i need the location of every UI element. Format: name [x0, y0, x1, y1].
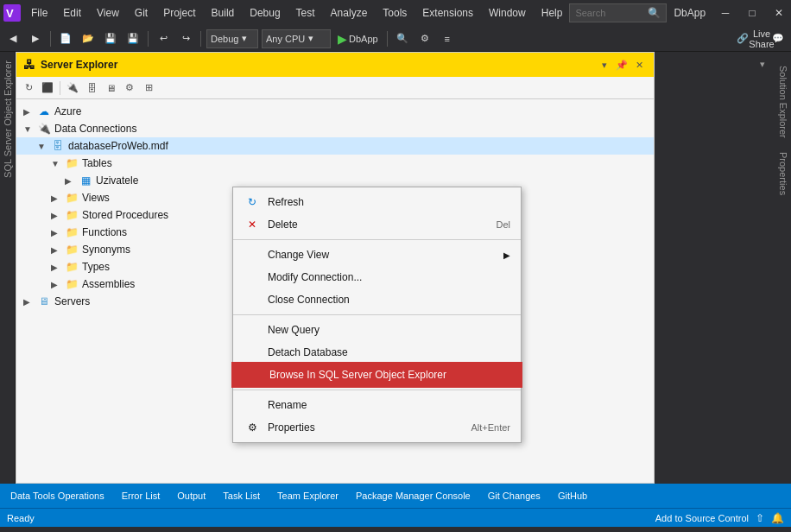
back-button[interactable]: ◀: [3, 29, 22, 48]
tab-task-list[interactable]: Task List: [219, 489, 263, 503]
functions-label: Functions: [82, 226, 127, 238]
feedback-button[interactable]: 💬: [769, 29, 788, 48]
menu-view[interactable]: View: [90, 3, 126, 22]
servers-icon: 🖥: [37, 294, 51, 308]
tree-item-tables[interactable]: ▼ 📁 Tables: [16, 155, 654, 172]
tab-data-tools[interactable]: Data Tools Operations: [7, 489, 108, 503]
se-filter-btn[interactable]: ⊞: [140, 79, 157, 97]
run-label: DbApp: [349, 34, 378, 44]
se-connect-btn[interactable]: 🔌: [64, 79, 81, 97]
menu-debug[interactable]: Debug: [243, 3, 287, 22]
maximize-button[interactable]: □: [739, 4, 765, 22]
add-source-control[interactable]: Add to Source Control: [655, 513, 749, 523]
ctx-properties-shortcut: Alt+Enter: [471, 422, 510, 433]
menu-build[interactable]: Build: [205, 3, 242, 22]
tab-git-changes[interactable]: Git Changes: [484, 489, 544, 503]
save-all-button[interactable]: 💾: [123, 29, 142, 48]
types-arrow: ▶: [51, 263, 65, 272]
ctx-delete-shortcut: Del: [496, 219, 510, 230]
solution-explorer-tab[interactable]: Solution Explorer: [776, 59, 790, 145]
bottom-tabs-bar: Data Tools Operations Error List Output …: [0, 484, 791, 508]
cpu-dropdown[interactable]: Any CPU ▾: [262, 29, 331, 48]
search-box[interactable]: 🔍: [569, 3, 667, 22]
data-connections-icon: 🔌: [37, 122, 51, 136]
tab-github[interactable]: GitHub: [554, 489, 591, 503]
synonyms-icon: 📁: [65, 243, 79, 256]
git-icon: ⇧: [756, 512, 764, 524]
ctx-browse-sql[interactable]: Browse In SQL Server Object Explorer: [233, 364, 521, 386]
menu-help[interactable]: Help: [535, 3, 570, 22]
tab-package-manager[interactable]: Package Manager Console: [352, 489, 474, 503]
menu-git[interactable]: Git: [128, 3, 155, 22]
search-input[interactable]: [575, 8, 644, 18]
se-sp-btn[interactable]: ⚙: [121, 79, 138, 97]
ctx-properties[interactable]: ⚙ Properties Alt+Enter: [233, 416, 521, 439]
debug-dropdown[interactable]: Debug ▾: [206, 29, 258, 48]
ctx-close-icon: [244, 291, 261, 308]
ctx-modify-connection[interactable]: Modify Connection...: [233, 266, 521, 288]
close-button[interactable]: ✕: [766, 4, 791, 22]
menu-edit[interactable]: Edit: [56, 3, 88, 22]
functions-icon: 📁: [65, 225, 79, 239]
se-pin-btn[interactable]: 📌: [614, 57, 630, 73]
database-icon: 🗄: [51, 139, 65, 153]
search-code-button[interactable]: 🔍: [393, 29, 412, 48]
undo-button[interactable]: ↩: [154, 29, 173, 48]
misc-button[interactable]: ≡: [438, 29, 457, 48]
redo-button[interactable]: ↪: [176, 29, 195, 48]
new-file-button[interactable]: 📄: [56, 29, 75, 48]
ctx-change-view-label: Change View: [268, 249, 329, 261]
ctx-refresh[interactable]: ↻ Refresh: [233, 191, 521, 213]
right-panel-dropdown-btn[interactable]: ▾: [755, 56, 770, 72]
properties-tab[interactable]: Properties: [776, 145, 790, 202]
menu-window[interactable]: Window: [482, 3, 533, 22]
ctx-close-connection[interactable]: Close Connection: [233, 288, 521, 311]
open-button[interactable]: 📂: [79, 29, 98, 48]
ctx-modify-icon: [244, 269, 261, 286]
se-dropdown-btn[interactable]: ▾: [597, 57, 612, 73]
ctx-change-view[interactable]: Change View ▶: [233, 244, 521, 266]
save-button[interactable]: 💾: [101, 29, 120, 48]
table-icon: ▦: [79, 174, 92, 187]
ctx-delete[interactable]: ✕ Delete Del: [233, 213, 521, 236]
se-database-btn[interactable]: 🗄: [83, 79, 100, 97]
svg-text:V: V: [6, 7, 14, 20]
sp-label: Stored Procedures: [82, 209, 168, 221]
ctx-detach-database[interactable]: Detach Database: [233, 341, 521, 364]
ctx-rename[interactable]: Rename: [233, 394, 521, 416]
data-connections-arrow: ▼: [23, 124, 37, 134]
synonyms-arrow: ▶: [51, 245, 65, 255]
menu-analyze[interactable]: Analyze: [324, 3, 375, 22]
se-close-btn[interactable]: ✕: [631, 57, 647, 73]
ctx-browse-label: Browse In SQL Server Object Explorer: [269, 369, 446, 381]
tab-output[interactable]: Output: [174, 489, 209, 503]
menu-test[interactable]: Test: [289, 3, 322, 22]
forward-button[interactable]: ▶: [26, 29, 45, 48]
liveshare-button[interactable]: 🔗 Live Share: [746, 29, 765, 48]
servers-label: Servers: [54, 295, 90, 307]
menu-bar: File Edit View Git Project Build Debug T…: [24, 3, 569, 22]
tab-team-explorer[interactable]: Team Explorer: [274, 489, 342, 503]
se-refresh-btn[interactable]: ↻: [20, 79, 37, 97]
menu-file[interactable]: File: [24, 3, 54, 22]
bell-icon: 🔔: [771, 512, 784, 524]
menu-project[interactable]: Project: [156, 3, 202, 22]
app-logo-icon: V: [3, 4, 21, 22]
settings-button[interactable]: ⚙: [415, 29, 434, 48]
azure-arrow: ▶: [23, 107, 37, 117]
menu-extensions[interactable]: Extensions: [415, 3, 480, 22]
tab-error-list[interactable]: Error List: [118, 489, 164, 503]
se-server-btn[interactable]: 🖥: [102, 79, 119, 97]
ctx-new-query-label: New Query: [268, 324, 320, 336]
menu-tools[interactable]: Tools: [376, 3, 414, 22]
play-icon: ▶: [338, 32, 347, 46]
run-button[interactable]: ▶ DbApp: [334, 29, 382, 48]
tree-item-azure[interactable]: ▶ ☁ Azure: [16, 103, 654, 120]
tree-item-database[interactable]: ▼ 🗄 databaseProWeb.mdf: [16, 137, 654, 155]
ctx-new-query[interactable]: New Query: [233, 319, 521, 341]
minimize-button[interactable]: ─: [712, 4, 738, 22]
tree-item-data-connections[interactable]: ▼ 🔌 Data Connections: [16, 120, 654, 137]
views-arrow: ▶: [51, 193, 65, 203]
se-title-controls: ▾ 📌 ✕: [597, 57, 647, 73]
se-stop-btn[interactable]: ⬛: [39, 79, 56, 97]
